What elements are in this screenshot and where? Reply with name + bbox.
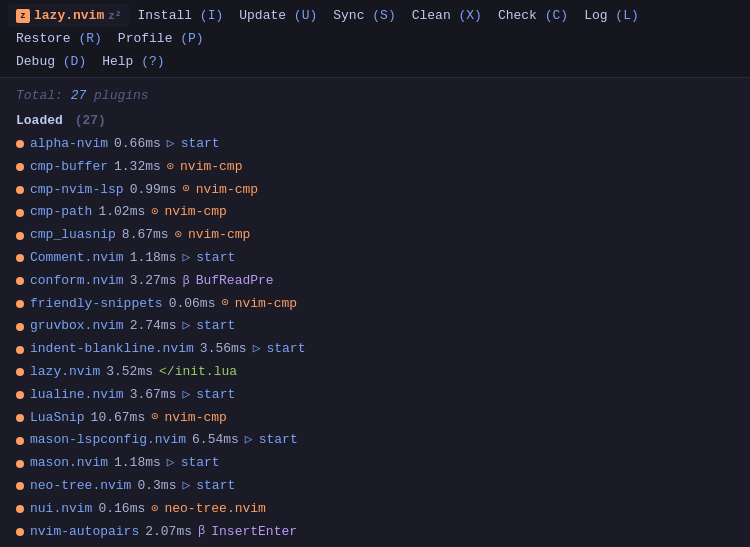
list-item[interactable]: cmp-path1.02ms⊙nvim-cmp — [16, 202, 734, 223]
plugin-name: lazy.nvim — [30, 362, 100, 383]
dep-plugin-name: nvim-cmp — [188, 225, 250, 246]
menu-profile[interactable]: Profile (P) — [110, 27, 212, 50]
plugin-status-dot — [16, 323, 24, 331]
plugin-load-time: 0.16ms — [98, 499, 145, 520]
plugin-status-dot — [16, 140, 24, 148]
trigger-play-icon: ▷ — [182, 248, 190, 269]
loaded-count: (27) — [75, 113, 106, 128]
list-item[interactable]: Comment.nvim1.18ms▷start — [16, 248, 734, 269]
trigger-label: start — [196, 476, 235, 497]
menu-check[interactable]: Check (C) — [490, 4, 576, 27]
list-item[interactable]: lazy.nvim3.52ms</init.lua — [16, 362, 734, 383]
dep-plugin-name: nvim-cmp — [180, 157, 242, 178]
menu-debug[interactable]: Debug (D) — [8, 50, 94, 73]
plugin-status-dot — [16, 209, 24, 217]
list-item[interactable]: gruvbox.nvim2.74ms▷start — [16, 316, 734, 337]
plugin-status-dot — [16, 300, 24, 308]
list-item[interactable]: indent-blankline.nvim3.56ms▷start — [16, 339, 734, 360]
trigger-play-icon: ▷ — [245, 430, 253, 451]
plugin-status-dot — [16, 391, 24, 399]
plugin-load-time: 2.07ms — [145, 522, 192, 543]
menu-bar: z lazy.nvim z² Install (I) Update (U) Sy… — [0, 0, 750, 78]
trigger-play-icon: ▷ — [182, 476, 190, 497]
list-item[interactable]: friendly-snippets0.06ms⊙nvim-cmp — [16, 294, 734, 315]
plugin-status-dot — [16, 254, 24, 262]
trigger-dep-icon: ⊙ — [151, 203, 158, 222]
trigger-label: start — [196, 385, 235, 406]
plugin-status-dot — [16, 505, 24, 513]
plugin-load-time: 8.67ms — [122, 225, 169, 246]
trigger-event-icon: β — [182, 272, 189, 291]
dep-plugin-name: neo-tree.nvim — [164, 499, 265, 520]
plugin-name: friendly-snippets — [30, 294, 163, 315]
trigger-label: start — [181, 134, 220, 155]
dep-plugin-name: nvim-cmp — [235, 294, 297, 315]
plugin-list: alpha-nvim0.66ms▷startcmp-buffer1.32ms⊙n… — [16, 134, 734, 547]
plugin-name: cmp-nvim-lsp — [30, 180, 124, 201]
dep-plugin-name: nvim-cmp — [164, 202, 226, 223]
plugin-name: Comment.nvim — [30, 248, 124, 269]
plugin-name: nui.nvim — [30, 499, 92, 520]
plugin-status-dot — [16, 186, 24, 194]
plugin-name: gruvbox.nvim — [30, 316, 124, 337]
plugin-load-time: 3.56ms — [200, 339, 247, 360]
plugin-name: cmp-path — [30, 202, 92, 223]
menu-log[interactable]: Log (L) — [576, 4, 647, 27]
plugin-status-dot — [16, 163, 24, 171]
plugin-name: cmp-buffer — [30, 157, 108, 178]
event-name: BufReadPre — [196, 271, 274, 292]
plugin-name: indent-blankline.nvim — [30, 339, 194, 360]
plugin-name: mason.nvim — [30, 453, 108, 474]
list-item[interactable]: cmp_luasnip8.67ms⊙nvim-cmp — [16, 225, 734, 246]
app-title: z lazy.nvim z² — [8, 4, 129, 27]
dep-plugin-name: nvim-cmp — [164, 408, 226, 429]
trigger-play-icon: ▷ — [167, 134, 175, 155]
plugin-load-time: 0.3ms — [137, 476, 176, 497]
menu-sync[interactable]: Sync (S) — [325, 4, 403, 27]
list-item[interactable]: cmp-nvim-lsp0.99ms⊙nvim-cmp — [16, 180, 734, 201]
trigger-lua-icon: </init.lua — [159, 362, 237, 383]
plugin-load-time: 1.18ms — [130, 248, 177, 269]
content-area: Total: 27 plugins Loaded (27) alpha-nvim… — [0, 78, 750, 547]
plugin-name: nvim-autopairs — [30, 522, 139, 543]
trigger-label: start — [181, 453, 220, 474]
trigger-dep-icon: ⊙ — [151, 408, 158, 427]
list-item[interactable]: cmp-buffer1.32ms⊙nvim-cmp — [16, 157, 734, 178]
list-item[interactable]: LuaSnip10.67ms⊙nvim-cmp — [16, 408, 734, 429]
menu-install[interactable]: Install (I) — [129, 4, 231, 27]
menu-update[interactable]: Update (U) — [231, 4, 325, 27]
trigger-dep-icon: ⊙ — [151, 500, 158, 519]
plugin-status-dot — [16, 414, 24, 422]
trigger-dep-icon: ⊙ — [221, 294, 228, 313]
plugin-load-time: 3.52ms — [106, 362, 153, 383]
trigger-play-icon: ▷ — [167, 453, 175, 474]
list-item[interactable]: conform.nvim3.27msβBufReadPre — [16, 271, 734, 292]
list-item[interactable]: lualine.nvim3.67ms▷start — [16, 385, 734, 406]
menu-restore[interactable]: Restore (R) — [8, 27, 110, 50]
list-item[interactable]: nui.nvim0.16ms⊙neo-tree.nvim — [16, 499, 734, 520]
list-item[interactable]: mason.nvim1.18ms▷start — [16, 453, 734, 474]
plugin-status-dot — [16, 232, 24, 240]
list-item[interactable]: alpha-nvim0.66ms▷start — [16, 134, 734, 155]
plugin-name: neo-tree.nvim — [30, 476, 131, 497]
plugin-name: mason-lspconfig.nvim — [30, 430, 186, 451]
event-name: InsertEnter — [211, 522, 297, 543]
trigger-play-icon: ▷ — [253, 339, 261, 360]
plugin-name: conform.nvim — [30, 271, 124, 292]
list-item[interactable]: nvim-autopairs2.07msβInsertEnter — [16, 522, 734, 543]
plugin-load-time: 1.18ms — [114, 453, 161, 474]
plugin-status-dot — [16, 482, 24, 490]
trigger-dep-icon: ⊙ — [182, 180, 189, 199]
menu-clean[interactable]: Clean (X) — [404, 4, 490, 27]
trigger-label: start — [259, 430, 298, 451]
plugin-load-time: 0.99ms — [130, 180, 177, 201]
plugin-load-time: 3.67ms — [130, 385, 177, 406]
list-item[interactable]: mason-lspconfig.nvim6.54ms▷start — [16, 430, 734, 451]
dep-plugin-name: nvim-cmp — [196, 180, 258, 201]
trigger-label: start — [196, 316, 235, 337]
lazy-icon: z — [16, 9, 30, 23]
trigger-event-icon: β — [198, 522, 205, 541]
list-item[interactable]: neo-tree.nvim0.3ms▷start — [16, 476, 734, 497]
plugin-load-time: 2.74ms — [130, 316, 177, 337]
menu-help[interactable]: Help (?) — [94, 50, 172, 73]
